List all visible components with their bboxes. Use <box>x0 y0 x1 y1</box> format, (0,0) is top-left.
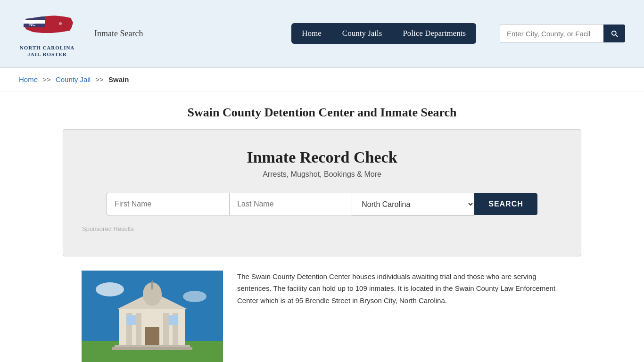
nav-county-jails[interactable]: County Jails <box>332 23 393 44</box>
svg-point-5 <box>59 22 62 25</box>
svg-point-8 <box>183 291 206 302</box>
breadcrumb-county-jail[interactable]: County Jail <box>56 75 91 83</box>
header-search-button[interactable] <box>603 25 625 42</box>
record-check-title: Inmate Record Check <box>82 148 562 166</box>
description-text: The Swain County Detention Center houses… <box>237 271 562 307</box>
breadcrumb: Home >> County Jail >> Swain <box>0 68 644 91</box>
svg-point-7 <box>96 282 124 296</box>
site-header: NC NORTH CAROLINA JAIL ROSTER Inmate Sea… <box>0 0 644 68</box>
logo-text: NORTH CAROLINA JAIL ROSTER <box>20 44 75 58</box>
courthouse-illustration <box>82 271 223 362</box>
breadcrumb-current: Swain <box>108 75 129 83</box>
svg-rect-16 <box>126 315 136 325</box>
building-image <box>82 271 223 362</box>
svg-rect-12 <box>136 313 141 346</box>
svg-rect-21 <box>151 282 153 289</box>
header-search-input[interactable] <box>500 25 603 43</box>
record-check-subtitle: Arrests, Mugshot, Bookings & More <box>82 170 562 179</box>
search-submit-button[interactable]: SEARCH <box>474 193 537 215</box>
nc-map-icon: NC <box>19 9 75 42</box>
svg-text:NC: NC <box>29 22 35 27</box>
nav-home[interactable]: Home <box>291 23 332 44</box>
sponsored-results-label: Sponsored Results <box>82 225 562 232</box>
site-logo[interactable]: NC NORTH CAROLINA JAIL ROSTER <box>19 9 75 58</box>
breadcrumb-home[interactable]: Home <box>19 75 38 83</box>
svg-rect-13 <box>163 313 169 346</box>
first-name-input[interactable] <box>107 193 229 215</box>
nav-police-departments[interactable]: Police Departments <box>392 23 476 44</box>
header-search-area <box>500 25 625 43</box>
breadcrumb-sep-2: >> <box>95 75 104 83</box>
svg-rect-15 <box>145 327 159 346</box>
svg-rect-24 <box>112 347 192 350</box>
svg-rect-17 <box>169 315 178 325</box>
search-icon <box>610 29 619 38</box>
main-nav: Home County Jails Police Departments <box>291 23 476 44</box>
page-title-area: Swain County Detention Center and Inmate… <box>0 91 644 129</box>
bottom-section: The Swain County Detention Center houses… <box>63 271 581 362</box>
state-select[interactable]: AlabamaAlaskaArizonaArkansasCaliforniaCo… <box>352 193 474 216</box>
last-name-input[interactable] <box>229 193 352 215</box>
inmate-search-form: AlabamaAlaskaArizonaArkansasCaliforniaCo… <box>82 193 562 216</box>
page-title: Swain County Detention Center and Inmate… <box>19 106 625 120</box>
breadcrumb-sep-1: >> <box>42 75 51 83</box>
inmate-search-label: Inmate Search <box>94 29 143 39</box>
record-check-box: Inmate Record Check Arrests, Mugshot, Bo… <box>63 129 581 256</box>
